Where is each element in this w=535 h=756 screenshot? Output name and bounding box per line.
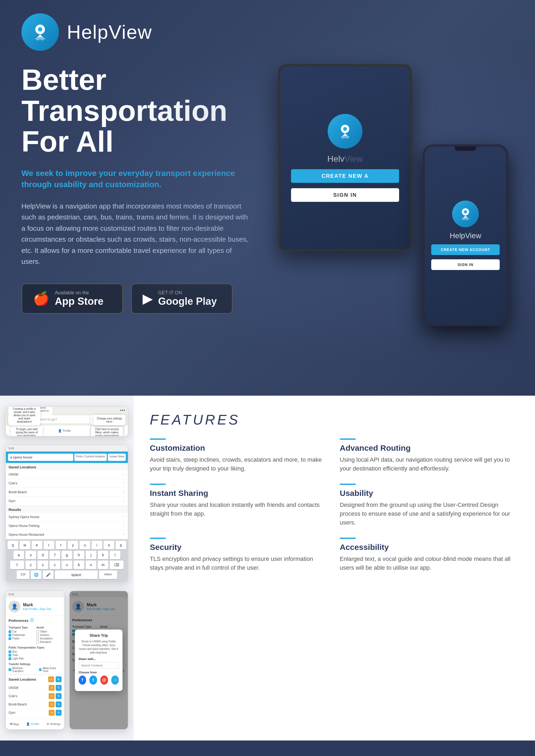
key-r[interactable]: r [43,541,54,549]
map-tooltip-5: Creating a profile is simple, and it als… [8,406,41,425]
result-parking[interactable]: Opera House Parking ♡ [6,522,128,530]
share-bondi-button[interactable]: ↗ [49,701,55,707]
bottom-nav-settings[interactable]: ⚙ Settings [46,722,61,726]
twitter-icon[interactable]: t [89,676,97,685]
edit-unsw-button[interactable]: ✎ [56,685,62,691]
pref-elevators[interactable]: Elevators [36,640,62,643]
pref-public[interactable]: ✓ Public [9,637,34,640]
pref-stairs[interactable]: Stairs [36,630,62,633]
key-k[interactable]: k [98,551,108,559]
pref-car[interactable]: ✓ Car [9,630,34,633]
key-f[interactable]: f [49,551,60,559]
facebook-icon[interactable]: f [79,676,86,685]
key-d[interactable]: d [38,551,48,559]
saved-profile-bondi[interactable]: Bondi Beach ↗ ✎ [9,700,62,709]
google-play-button[interactable]: ▶ GET IT ON Google Play [131,284,233,314]
key-space[interactable]: space [55,571,98,579]
result-opera-house[interactable]: Sydney Opera House ♡ [6,513,128,522]
key-123[interactable]: 123 [16,571,29,579]
share-coles-button[interactable]: ↗ [49,693,55,699]
tablet-sign-in-button[interactable]: SIGN IN [291,188,399,202]
search-input[interactable] [8,454,73,461]
key-p[interactable]: p [116,541,126,549]
key-m[interactable]: m [98,561,108,569]
pref-pedestrian[interactable]: ✓ Pedestrian [9,634,34,636]
avatar: 👤 [9,601,20,612]
pref-inclines[interactable]: Inclines [36,634,62,636]
edit-gym-button[interactable]: ✎ [56,710,62,716]
saved-item-coles[interactable]: Cole's ♡ [6,479,128,488]
feature-usability-desc: Designed from the ground up using the Us… [340,500,514,527]
sign-out-link[interactable]: Sign Out [40,608,51,610]
transport-type-col: Transport Type ✓ Car ✓ Pedestrian ✓ [9,626,34,644]
feature-accent [340,484,356,485]
key-o[interactable]: o [103,541,114,549]
key-w[interactable]: w [19,541,30,549]
key-x[interactable]: x [38,561,48,569]
phone-create-account-button[interactable]: CREATE NEW ACCOUNT [431,244,500,255]
key-y[interactable]: y [68,541,78,549]
key-t[interactable]: t [56,541,66,549]
key-j[interactable]: j [86,551,96,559]
key-i[interactable]: i [92,541,102,549]
edit-profile-link[interactable]: Edit Profile [23,608,37,610]
key-l[interactable]: l [110,551,120,559]
key-q[interactable]: q [8,541,18,549]
edit-bondi-button[interactable]: ✎ [56,701,62,707]
key-s[interactable]: s [25,551,36,559]
pref-escalators[interactable]: Escalators [36,637,62,640]
key-n[interactable]: n [86,561,96,569]
key-return[interactable]: return [99,571,117,579]
key-h[interactable]: h [73,551,84,559]
store-buttons: 🍎 Available on the App Store ▶ GET IT ON… [21,284,251,314]
apple-store-button[interactable]: 🍎 Available on the App Store [21,284,123,314]
key-b[interactable]: b [73,561,84,569]
leave-now-field[interactable]: Leave Now [108,454,126,461]
feature-usability: Usability Designed from the ground up us… [340,484,514,527]
pref-light-rail[interactable]: ✓ Light Rail [9,657,62,660]
share-popup-title: Share Trip [79,633,119,637]
from-field[interactable]: From: Current location [74,454,107,461]
saved-profile-unsw[interactable]: UNSW ↗ ✎ [9,684,62,692]
phone-mockup: HelpView CREATE NEW ACCOUNT SIGN IN [423,144,508,326]
nav-profile[interactable]: 👤 Profile [58,429,71,433]
key-c[interactable]: c [49,561,60,569]
share-send-button[interactable]: → [111,676,119,685]
bottom-nav-map[interactable]: 🗺 Map [10,723,19,726]
tablet-create-account-button[interactable]: CREATE NEW A [291,169,399,183]
share-unsw-button[interactable]: ↗ [49,685,55,691]
email-icon[interactable]: @ [100,676,108,685]
pref-bus[interactable]: ✓ Bus [9,650,62,653]
edit-saved-button[interactable]: ✎ [56,676,62,682]
tablet-screen: HelvView CREATE NEW A SIGN IN [280,66,410,249]
key-v[interactable]: v [62,561,72,569]
key-globe[interactable]: 🌐 [31,571,42,579]
pref-train[interactable]: ✓ Train [9,654,62,657]
feature-routing-desc: Using local API data, our navigation rou… [340,455,514,473]
key-delete[interactable]: ⌫ [110,561,124,569]
key-u[interactable]: u [79,541,90,549]
key-g[interactable]: g [62,551,72,559]
saved-profile-coles[interactable]: Cole's ↗ ✎ [9,692,62,700]
avoid-col: Avoid Stairs Inclines Esca [36,626,62,644]
key-z[interactable]: z [25,561,36,569]
feature-accessibility-name: Accessibility [340,543,514,552]
add-saved-button[interactable]: + [48,676,54,682]
contacts-search-input[interactable] [79,662,119,669]
key-mic[interactable]: 🎤 [43,571,53,579]
pref-extra-time[interactable]: ✓ Allow Extra Time [39,667,62,673]
bottom-nav-profile[interactable]: 👤 Profile [26,722,39,726]
search-input-bar: From: Current location Leave Now [6,451,128,463]
saved-item-unsw[interactable]: UNSW ♡ [6,470,128,479]
key-a[interactable]: a [14,551,24,559]
saved-profile-gym[interactable]: Gym ↗ ✎ [9,709,62,717]
phone-sign-in-button[interactable]: SIGN IN [431,259,500,270]
saved-item-gym[interactable]: Gym ♡ [6,497,128,505]
saved-item-bondi[interactable]: Bondi Beach ♡ [6,488,128,497]
key-shift[interactable]: ⇧ [10,561,24,569]
result-restaurant[interactable]: Opera House Restaurant ♡ [6,530,128,539]
key-e[interactable]: e [32,541,42,549]
pref-min-transfers[interactable]: ✓ Minimise Transfers [9,667,34,673]
share-gym-button[interactable]: ↗ [49,710,55,716]
edit-coles-button[interactable]: ✎ [56,693,62,699]
